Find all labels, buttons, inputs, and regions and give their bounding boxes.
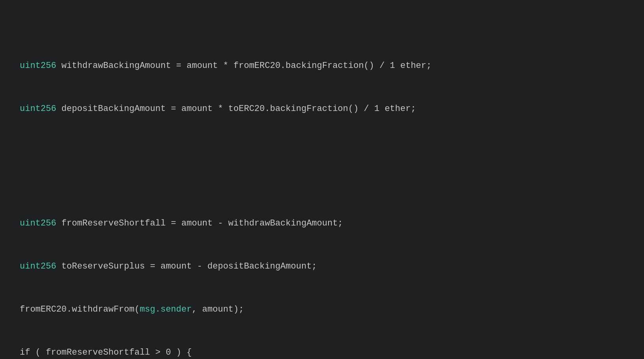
line-1: uint256 withdrawBackingAmount = amount *…	[20, 59, 624, 73]
line-2: uint256 depositBackingAmount = amount * …	[20, 102, 624, 116]
line-5: fromERC20.withdrawFrom(msg.sender, amoun…	[20, 303, 624, 317]
code-container: uint256 withdrawBackingAmount = amount *…	[0, 0, 644, 359]
line-4: uint256 toReserveSurplus = amount - depo…	[20, 259, 624, 274]
code-block: uint256 withdrawBackingAmount = amount *…	[20, 16, 624, 359]
line-3: uint256 fromReserveShortfall = amount - …	[20, 216, 624, 231]
line-6: if ( fromReserveShortfall > 0 ) {	[20, 346, 624, 359]
blank-1	[20, 159, 624, 173]
